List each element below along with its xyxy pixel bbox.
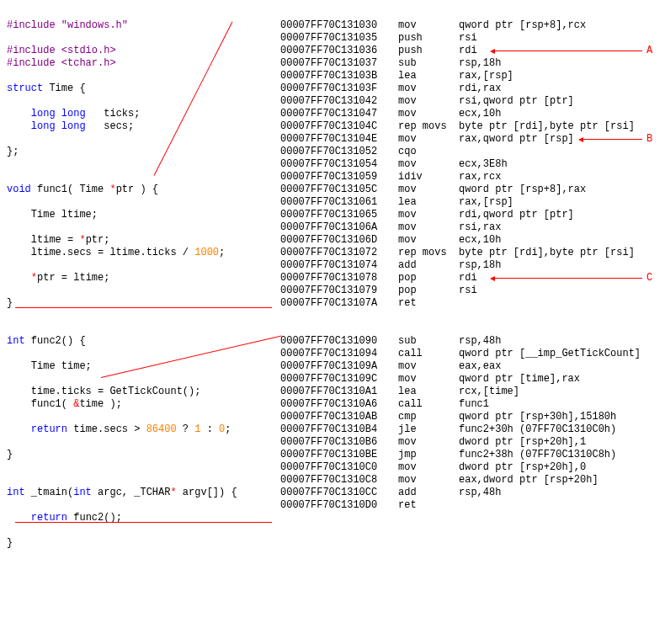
asm-operands: byte ptr [rdi],byte ptr [rsi]: [459, 247, 635, 258]
asm-address: 00007FF70C1310C0: [280, 461, 398, 474]
asm-mnemonic: idiv: [398, 171, 459, 184]
asm-mnemonic: mov: [398, 373, 459, 386]
red-underline: [15, 522, 272, 523]
asm-address: 00007FF70C1310B6: [280, 436, 398, 449]
asm-address: 00007FF70C13107A: [280, 297, 398, 310]
return-expr: :: [200, 423, 219, 435]
asm-mnemonic: ret: [398, 499, 459, 512]
asm-mnemonic: cmp: [398, 411, 459, 423]
asm-mnemonic: call: [398, 348, 459, 360]
asm-operands: rcx,[time]: [459, 386, 519, 397]
asm-operands: qword ptr [rsp+8],rcx: [459, 19, 586, 31]
asm-line: 00007FF70C13103Blearax,[rsp]: [280, 70, 635, 82]
asm-mnemonic: cqo: [398, 146, 459, 158]
asm-mnemonic: call: [398, 398, 459, 411]
asm-mnemonic: rep movs: [398, 247, 459, 259]
asm-mnemonic: mov: [398, 158, 459, 171]
connector-line: [154, 22, 233, 176]
void-keyword: void: [7, 184, 31, 195]
asm-operands: rsp,48h: [459, 335, 501, 347]
marker-c: C: [646, 272, 652, 285]
asm-line: 00007FF70C1310C0movdword ptr [rsp+20h],0: [280, 461, 641, 474]
asm-operands: dword ptr [rsp+20h],0: [459, 461, 586, 473]
field-secs: secs;: [86, 120, 135, 132]
arrow-c: [495, 278, 642, 279]
brace-close: }: [7, 537, 13, 549]
asm-operands: rdi: [459, 45, 477, 56]
asm-mnemonic: add: [398, 259, 459, 272]
asm-mnemonic: lea: [398, 386, 459, 398]
asm-mnemonic: mov: [398, 221, 459, 234]
asm-address: 00007FF70C131078: [280, 272, 398, 285]
asm-address: 00007FF70C13103B: [280, 70, 398, 82]
asm-operands: ecx,10h: [459, 108, 501, 120]
asm-mnemonic: add: [398, 487, 459, 499]
asm-line: 00007FF70C1310ABcmpqword ptr [rsp+30h],1…: [280, 411, 641, 423]
field-ticks: ticks;: [86, 108, 141, 120]
asm-operands: eax,dword ptr [rsp+20h]: [459, 474, 598, 486]
asm-line: 00007FF70C13103Fmovrdi,rax: [280, 82, 635, 95]
asm-address: 00007FF70C1310CC: [280, 487, 398, 499]
func1-call: time );: [79, 398, 121, 410]
asm-address: 00007FF70C131030: [280, 19, 398, 32]
asm-address: 00007FF70C13109A: [280, 360, 398, 373]
asm-line: 00007FF70C131079poprsi: [280, 285, 635, 297]
asm-operands: rsi,qword ptr [ptr]: [459, 95, 574, 107]
asm-address: 00007FF70C1310D0: [280, 499, 398, 512]
asm-line: 00007FF70C13106Amovrsi,rax: [280, 221, 635, 234]
asm-line: 00007FF70C1310CCaddrsp,48h: [280, 487, 641, 499]
asm-operands: rax,[rsp]: [459, 196, 513, 208]
asm-operands: qword ptr [__imp_GetTickCount]: [459, 348, 641, 359]
asm-line: 00007FF70C131065movrdi,qword ptr [ptr]: [280, 209, 635, 221]
asm-mnemonic: mov: [398, 474, 459, 487]
type-keyword: long long: [31, 108, 86, 120]
asm-operands: rsp,18h: [459, 259, 501, 271]
ltime-secs: ltime.secs = ltime.ticks /: [7, 247, 194, 258]
asm-operands: func1: [459, 398, 489, 410]
asm-line: 00007FF70C13106Dmovecx,10h: [280, 234, 635, 247]
asm-mnemonic: lea: [398, 196, 459, 209]
asm-operands: rsi: [459, 32, 477, 44]
asm-mnemonic: mov: [398, 184, 459, 196]
asm-mnemonic: rep movs: [398, 120, 459, 133]
asm-line: 00007FF70C131094callqword ptr [__imp_Get…: [280, 348, 641, 360]
asm-address: 00007FF70C1310BE: [280, 449, 398, 461]
asm-line: 00007FF70C1310D0ret: [280, 499, 641, 512]
asm-address: 00007FF70C131054: [280, 158, 398, 171]
asm-address: 00007FF70C131036: [280, 45, 398, 57]
asm-address: 00007FF70C131042: [280, 95, 398, 108]
include-directive: #include <stdio.h>: [7, 45, 116, 56]
asm-mnemonic: mov: [398, 436, 459, 449]
time-ticks: time.ticks = GetTickCount();: [7, 386, 200, 397]
brace-close: }: [7, 297, 13, 309]
asm-operands: rsi,rax: [459, 221, 501, 233]
asm-line: 00007FF70C1310B6movdword ptr [rsp+20h],1: [280, 436, 641, 449]
asm-operands: rax,[rsp]: [459, 70, 513, 82]
semicolon: ;: [219, 247, 225, 258]
return-expr: ?: [177, 423, 195, 435]
asm-mnemonic: mov: [398, 82, 459, 95]
asm-mnemonic: mov: [398, 360, 459, 373]
tmain-sig: argv[]) {: [177, 487, 237, 498]
asm-line: 00007FF70C13107Aret: [280, 297, 635, 310]
asm-operands: ecx,10h: [459, 234, 501, 246]
asm-mnemonic: mov: [398, 133, 459, 146]
asm-address: 00007FF70C131079: [280, 285, 398, 297]
asm-address: 00007FF70C13103F: [280, 82, 398, 95]
asm-line: 00007FF70C1310A6callfunc1: [280, 398, 641, 411]
asm-mnemonic: lea: [398, 70, 459, 82]
asm-line: 00007FF70C131052cqo: [280, 146, 635, 158]
asm-line: 00007FF70C1310BEjmpfunc2+38h (07FF70C131…: [280, 449, 641, 461]
brace-close: };: [7, 146, 19, 157]
asm-operands: qword ptr [time],rax: [459, 373, 580, 385]
asm-address: 00007FF70C13104E: [280, 133, 398, 146]
arrow-b: [583, 139, 642, 140]
asm-line: 00007FF70C131030movqword ptr [rsp+8],rcx: [280, 19, 635, 32]
asm-block-func2: 00007FF70C131090subrsp,48h00007FF70C1310…: [280, 335, 641, 512]
star-operator: *: [31, 272, 37, 284]
asm-line: 00007FF70C13104Crep movsbyte ptr [rdi],b…: [280, 120, 635, 133]
asm-operands: ecx,3E8h: [459, 158, 508, 170]
asm-mnemonic: mov: [398, 108, 459, 120]
star-operator: *: [170, 487, 176, 498]
asm-address: 00007FF70C131065: [280, 209, 398, 221]
